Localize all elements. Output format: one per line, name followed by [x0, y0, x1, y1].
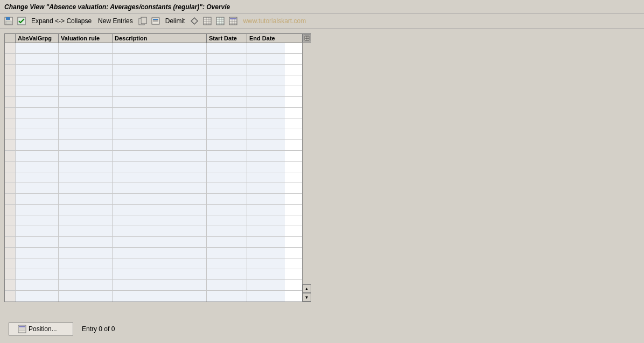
row-cell[interactable]	[207, 140, 247, 150]
row-cell[interactable]	[16, 75, 59, 86]
row-cell[interactable]	[59, 43, 113, 53]
row-cell[interactable]	[59, 172, 113, 183]
table-row[interactable]	[5, 194, 302, 205]
row-cell[interactable]	[16, 237, 59, 247]
row-cell[interactable]	[113, 183, 207, 193]
row-cell[interactable]	[59, 97, 113, 107]
row-cell[interactable]	[113, 291, 207, 302]
row-cell[interactable]	[113, 54, 207, 64]
row-cell[interactable]	[59, 65, 113, 75]
row-cell[interactable]	[59, 140, 113, 150]
row-cell[interactable]	[113, 172, 207, 183]
row-cell[interactable]	[59, 291, 113, 302]
row-cell[interactable]	[247, 269, 285, 279]
scroll-top-icon[interactable]	[303, 34, 311, 43]
row-cell[interactable]	[59, 86, 113, 96]
row-cell[interactable]	[247, 226, 285, 236]
row-cell[interactable]	[247, 43, 285, 53]
row-cell[interactable]	[207, 291, 247, 302]
row-cell[interactable]	[59, 258, 113, 269]
row-cell[interactable]	[59, 118, 113, 129]
new-entries-button[interactable]: New Entries	[96, 16, 135, 26]
row-cell[interactable]	[207, 205, 247, 215]
row-cell[interactable]	[16, 118, 59, 129]
row-cell[interactable]	[113, 86, 207, 96]
scroll-down-button[interactable]: ▼	[303, 293, 311, 302]
table-row[interactable]	[5, 140, 302, 151]
table-row[interactable]	[5, 269, 302, 280]
table-row[interactable]	[5, 215, 302, 226]
save-button[interactable]	[3, 16, 14, 26]
row-cell[interactable]	[113, 43, 207, 53]
table-row[interactable]	[5, 237, 302, 248]
row-cell[interactable]	[247, 162, 285, 172]
row-cell[interactable]	[16, 280, 59, 290]
table-row[interactable]	[5, 75, 302, 86]
delimit-button[interactable]: Delimit	[163, 16, 187, 26]
row-cell[interactable]	[207, 97, 247, 107]
table-row[interactable]	[5, 118, 302, 129]
row-cell[interactable]	[59, 226, 113, 236]
row-cell[interactable]	[16, 129, 59, 139]
row-cell[interactable]	[59, 75, 113, 86]
table-row[interactable]	[5, 65, 302, 75]
row-cell[interactable]	[247, 291, 285, 302]
row-cell[interactable]	[16, 172, 59, 183]
row-cell[interactable]	[247, 237, 285, 247]
row-cell[interactable]	[59, 205, 113, 215]
row-cell[interactable]	[207, 269, 247, 279]
row-cell[interactable]	[207, 43, 247, 53]
row-cell[interactable]	[113, 258, 207, 269]
row-cell[interactable]	[247, 129, 285, 139]
row-cell[interactable]	[16, 205, 59, 215]
row-cell[interactable]	[247, 172, 285, 183]
row-cell[interactable]	[16, 65, 59, 75]
row-cell[interactable]	[113, 215, 207, 226]
row-cell[interactable]	[16, 194, 59, 204]
row-cell[interactable]	[247, 65, 285, 75]
row-cell[interactable]	[16, 226, 59, 236]
table-row[interactable]	[5, 162, 302, 172]
row-cell[interactable]	[207, 151, 247, 161]
row-cell[interactable]	[207, 237, 247, 247]
table-row[interactable]	[5, 97, 302, 108]
row-cell[interactable]	[247, 280, 285, 290]
row-cell[interactable]	[113, 97, 207, 107]
row-cell[interactable]	[59, 248, 113, 258]
row-cell[interactable]	[16, 269, 59, 279]
row-cell[interactable]	[207, 65, 247, 75]
row-cell[interactable]	[207, 118, 247, 129]
table-row[interactable]	[5, 43, 302, 54]
row-cell[interactable]	[113, 226, 207, 236]
row-cell[interactable]	[113, 129, 207, 139]
table-row[interactable]	[5, 86, 302, 97]
row-cell[interactable]	[113, 140, 207, 150]
row-cell[interactable]	[16, 151, 59, 161]
row-cell[interactable]	[207, 194, 247, 204]
row-cell[interactable]	[207, 86, 247, 96]
row-cell[interactable]	[16, 215, 59, 226]
copy-button[interactable]	[137, 16, 148, 26]
row-cell[interactable]	[59, 108, 113, 118]
row-cell[interactable]	[16, 108, 59, 118]
row-cell[interactable]	[207, 280, 247, 290]
table1-button[interactable]	[202, 16, 213, 26]
row-cell[interactable]	[207, 248, 247, 258]
position-button[interactable]: Position...	[9, 323, 73, 335]
row-cell[interactable]	[113, 108, 207, 118]
row-cell[interactable]	[16, 140, 59, 150]
table-row[interactable]	[5, 205, 302, 215]
row-cell[interactable]	[16, 162, 59, 172]
table-row[interactable]	[5, 172, 302, 183]
table-row[interactable]	[5, 291, 302, 302]
row-cell[interactable]	[247, 108, 285, 118]
row-cell[interactable]	[59, 129, 113, 139]
row-cell[interactable]	[207, 215, 247, 226]
row-cell[interactable]	[59, 269, 113, 279]
row-cell[interactable]	[247, 86, 285, 96]
row-cell[interactable]	[247, 97, 285, 107]
row-cell[interactable]	[59, 194, 113, 204]
row-cell[interactable]	[59, 54, 113, 64]
row-cell[interactable]	[113, 280, 207, 290]
row-cell[interactable]	[247, 54, 285, 64]
